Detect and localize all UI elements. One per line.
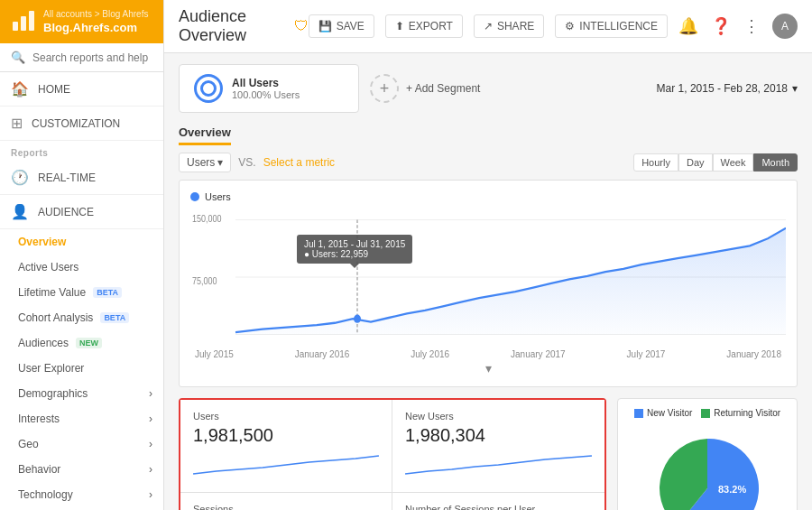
legend-new-visitor: New Visitor xyxy=(634,408,692,418)
sidebar-item-interests[interactable]: Interests › xyxy=(0,406,163,431)
segment-row: All Users 100.00% Users + + Add Segment … xyxy=(179,64,798,113)
sub-item-label: Audiences xyxy=(18,337,69,349)
main-content: Audience Overview 🛡 💾 SAVE ⬆ EXPORT ↗ SH… xyxy=(164,0,812,510)
page-title: Audience Overview xyxy=(179,7,287,45)
avatar[interactable]: A xyxy=(772,14,798,39)
segment-icon xyxy=(194,74,223,103)
date-range-picker[interactable]: Mar 1, 2015 - Feb 28, 2018 ▾ xyxy=(657,82,798,95)
sidebar-sub-lifetime[interactable]: Lifetime Value BETA xyxy=(0,280,163,305)
expandable-label: Behavior xyxy=(18,463,60,476)
svg-rect-2 xyxy=(29,11,34,31)
expandable-label: Geo xyxy=(18,438,39,450)
breadcrumb: All accounts > Blog Ahrefs xyxy=(43,9,148,19)
search-input[interactable] xyxy=(32,51,152,64)
topbar: Audience Overview 🛡 💾 SAVE ⬆ EXPORT ↗ SH… xyxy=(164,0,812,53)
sidebar-item-home[interactable]: 🏠 HOME xyxy=(0,72,163,107)
sub-item-label: Cohort Analysis xyxy=(18,311,93,324)
home-icon: 🏠 xyxy=(11,80,29,97)
new-visitor-dot xyxy=(634,409,643,418)
new-visitor-label: New Visitor xyxy=(647,408,692,418)
month-button[interactable]: Month xyxy=(753,153,798,172)
realtime-icon: 🕐 xyxy=(11,169,29,186)
metric-label: Users xyxy=(193,411,379,422)
beta-badge: BETA xyxy=(93,287,122,298)
sub-item-label: Lifetime Value xyxy=(18,286,86,299)
intelligence-button[interactable]: ⚙ INTELLIGENCE xyxy=(555,14,668,38)
svg-text:150,000: 150,000 xyxy=(192,213,222,224)
sub-item-label: Active Users xyxy=(18,261,78,274)
sidebar-item-customization[interactable]: ⊞ CUSTOMIZATION xyxy=(0,107,163,141)
sub-item-label: Overview xyxy=(18,236,66,248)
select-metric-link[interactable]: Select a metric xyxy=(263,156,335,169)
metric-card-sessions-per-user[interactable]: Number of Sessions per User 1.66 xyxy=(392,493,604,510)
save-button[interactable]: 💾 SAVE xyxy=(309,14,374,38)
sidebar-item-behavior[interactable]: Behavior › xyxy=(0,457,163,482)
metric-card-new-users[interactable]: New Users 1,980,304 xyxy=(392,400,604,493)
segment-percent: 100.00% Users xyxy=(232,89,300,100)
time-range-buttons: Hourly Day Week Month xyxy=(633,153,798,172)
metric-selector: Users ▾ VS. Select a metric xyxy=(179,153,335,172)
metric-label: Users xyxy=(187,156,215,169)
metric-label: Sessions xyxy=(193,504,379,510)
export-button[interactable]: ⬆ EXPORT xyxy=(385,14,463,38)
svg-text:75,000: 75,000 xyxy=(192,275,217,286)
expandable-label: Technology xyxy=(18,488,73,501)
content-area: All Users 100.00% Users + + Add Segment … xyxy=(164,53,812,510)
scroll-handle[interactable]: ▾ xyxy=(485,361,492,376)
metric-label: Number of Sessions per User xyxy=(405,504,592,510)
notifications-icon[interactable]: 🔔 xyxy=(678,16,698,36)
day-button[interactable]: Day xyxy=(678,153,713,172)
metric-value: 1,981,500 xyxy=(193,425,379,446)
add-segment-area[interactable]: + + Add Segment xyxy=(370,74,480,103)
expandable-label: Demographics xyxy=(18,387,88,400)
sidebar-item-label: CUSTOMIZATION xyxy=(32,117,120,130)
sidebar-item-label: HOME xyxy=(38,83,70,96)
sidebar-item-audience[interactable]: 👤 AUDIENCE xyxy=(0,195,163,229)
chevron-down-icon: ▾ xyxy=(217,156,223,169)
sidebar-item-realtime[interactable]: 🕐 REAL-TIME xyxy=(0,161,163,195)
overview-tab[interactable]: Overview xyxy=(179,122,231,145)
svg-rect-0 xyxy=(13,22,18,31)
sidebar-sub-cohort[interactable]: Cohort Analysis BETA xyxy=(0,305,163,330)
segment-box: All Users 100.00% Users xyxy=(179,64,359,113)
sub-item-label: User Explorer xyxy=(18,362,84,375)
more-options-icon[interactable]: ⋮ xyxy=(743,16,760,36)
beta-badge: BETA xyxy=(100,312,129,323)
pie-chart: 83.2% 16.8% xyxy=(635,425,780,510)
metric-value: 1,980,304 xyxy=(405,425,592,446)
sidebar-logo xyxy=(11,9,36,34)
share-button[interactable]: ↗ SHARE xyxy=(474,14,544,38)
metric-card-users[interactable]: Users 1,981,500 xyxy=(180,400,392,493)
metric-card-sessions[interactable]: Sessions 3,282,874 xyxy=(180,493,392,510)
add-segment-button[interactable]: + xyxy=(370,74,399,103)
returning-visitor-dot xyxy=(701,409,710,418)
new-badge: NEW xyxy=(76,338,102,348)
chevron-down-icon: ▾ xyxy=(792,82,798,95)
search-bar[interactable]: 🔍 xyxy=(0,43,163,72)
sidebar-item-demographics[interactable]: Demographics › xyxy=(0,381,163,406)
sidebar-item-technology[interactable]: Technology › xyxy=(0,482,163,507)
help-icon[interactable]: ❓ xyxy=(711,16,731,36)
segment-name: All Users xyxy=(232,77,300,89)
chevron-right-icon: › xyxy=(149,488,152,501)
site-name[interactable]: Blog.Ahrefs.com xyxy=(43,21,148,34)
chart-legend: Users xyxy=(190,191,786,202)
week-button[interactable]: Week xyxy=(713,153,754,172)
chart-container: Users 150,000 75,000 xyxy=(179,180,798,387)
hourly-button[interactable]: Hourly xyxy=(633,153,678,172)
sparkline-users xyxy=(193,451,379,478)
sidebar-sub-overview[interactable]: Overview xyxy=(0,229,163,255)
sidebar-item-geo[interactable]: Geo › xyxy=(0,431,163,457)
topbar-icons: 🔔 ❓ ⋮ A xyxy=(678,14,798,39)
svg-rect-1 xyxy=(21,16,26,31)
sidebar-sub-user-explorer[interactable]: User Explorer xyxy=(0,356,163,381)
chart-controls: Users ▾ VS. Select a metric Hourly Day W… xyxy=(179,153,798,172)
sidebar-sub-active-users[interactable]: Active Users xyxy=(0,255,163,280)
segment-info: All Users 100.00% Users xyxy=(232,77,300,100)
metric-dropdown[interactable]: Users ▾ xyxy=(179,153,231,172)
chevron-right-icon: › xyxy=(149,463,152,476)
topbar-actions: 💾 SAVE ⬆ EXPORT ↗ SHARE ⚙ INTELLIGENCE 🔔… xyxy=(309,14,798,39)
sidebar-sub-audiences[interactable]: Audiences NEW xyxy=(0,330,163,356)
metric-label: New Users xyxy=(405,411,592,422)
chevron-right-icon: › xyxy=(149,387,152,400)
